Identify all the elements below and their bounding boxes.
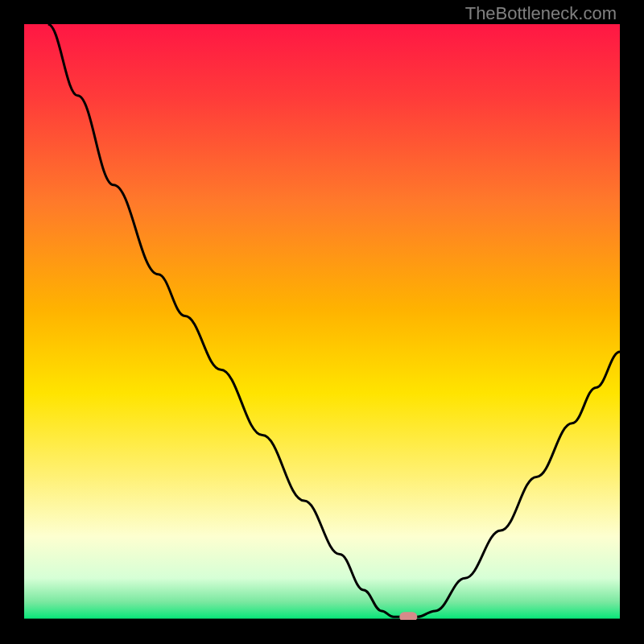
watermark-text: TheBottleneck.com: [465, 3, 617, 24]
optimal-marker: [399, 612, 417, 620]
chart-frame: [24, 24, 620, 620]
bottleneck-chart: [24, 24, 620, 620]
